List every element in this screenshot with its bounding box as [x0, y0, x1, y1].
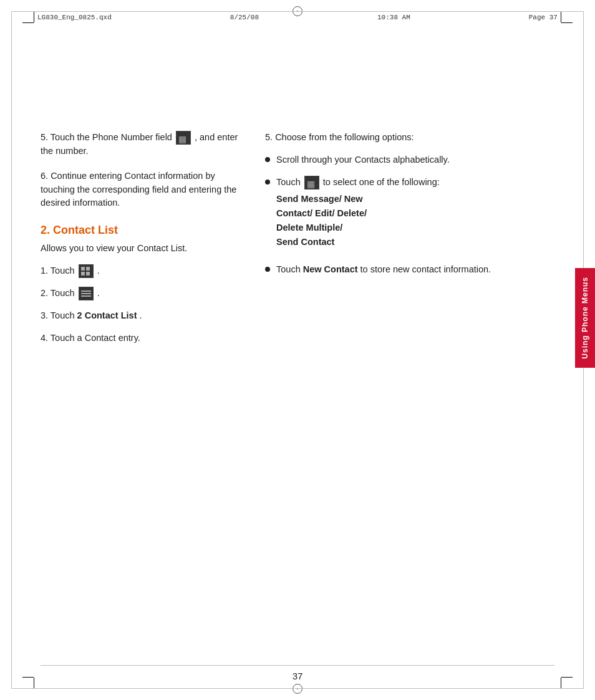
step-5-left: 5. Touch the Phone Number field , and en…	[41, 131, 240, 158]
step-3-end: .	[140, 310, 142, 320]
step-2-end: .	[97, 288, 100, 298]
step-5-num: 5.	[41, 132, 51, 142]
header-filename: LG830_Eng_0825.qxd	[37, 14, 112, 21]
content-area: 5. Touch the Phone Number field , and en…	[41, 41, 554, 659]
menu-icon-step2	[79, 287, 94, 300]
bullet-2: Touch to select one of the following: Se…	[265, 176, 554, 255]
step-1-end: .	[97, 266, 100, 276]
bullet-dot-3	[265, 267, 270, 272]
bullet-dot-2	[265, 180, 270, 185]
step-5-right-text: Choose from the following options:	[275, 132, 414, 142]
step-5-text1: Touch the Phone Number field	[51, 132, 172, 142]
bullet-list: Scroll through your Contacts alphabetica…	[265, 153, 554, 277]
phone-number-icon	[176, 131, 191, 145]
grid-icon-step1	[79, 264, 94, 278]
bullet-2-indented: Send Message/ NewContact/ Edit/ Delete/D…	[276, 192, 367, 250]
section-desc: Allows you to view your Contact List.	[41, 242, 240, 256]
header-date: 8/25/08	[230, 14, 259, 21]
columns: 5. Touch the Phone Number field , and en…	[41, 131, 554, 354]
header-line: LG830_Eng_0825.qxd 8/25/08 10:38 AM Page…	[37, 14, 558, 21]
left-column: 5. Touch the Phone Number field , and en…	[41, 131, 240, 354]
header-time: 10:38 AM	[377, 14, 410, 21]
bullet-3-text: Touch New Contact to store new contact i…	[276, 263, 554, 277]
step-3-num: 3. Touch	[41, 310, 77, 320]
right-column: 5. Choose from the following options: Sc…	[265, 131, 554, 354]
step-3: 3. Touch 2 Contact List .	[41, 309, 240, 323]
table-icon-bullet2	[304, 176, 319, 189]
step-6-left: 6. Continue entering Contact information…	[41, 170, 240, 210]
page-number: 37	[293, 671, 303, 681]
bullet-2-text: Touch to select one of the following:	[276, 176, 440, 189]
step-1-num: 1. Touch	[41, 266, 77, 276]
bullet-3: Touch New Contact to store new contact i…	[265, 263, 554, 277]
step-5-right: 5. Choose from the following options:	[265, 131, 554, 145]
bullet-1-text: Scroll through your Contacts alphabetica…	[276, 153, 554, 167]
step-5-right-num: 5.	[265, 132, 275, 142]
step-2: 2. Touch .	[41, 287, 240, 300]
bullet-dot-1	[265, 157, 270, 162]
step-3-bold: 2 Contact List	[77, 310, 137, 320]
step-6-num: 6.	[41, 171, 51, 181]
step-1: 1. Touch .	[41, 264, 240, 278]
sidebar-tab-label: Using Phone Menus	[581, 277, 589, 359]
step-4-text: 4. Touch a Contact entry.	[41, 333, 140, 343]
new-contact-bold: New Contact	[303, 264, 358, 274]
bottom-rule	[41, 665, 554, 666]
step-2-num: 2. Touch	[41, 288, 77, 298]
header-page: Page 37	[529, 14, 558, 21]
bullet-1: Scroll through your Contacts alphabetica…	[265, 153, 554, 167]
section-heading: 2. Contact List	[41, 224, 240, 237]
step-6-text: Continue entering Contact information by…	[41, 171, 236, 208]
step-4: 4. Touch a Contact entry.	[41, 332, 240, 345]
sidebar-tab: Using Phone Menus	[575, 268, 595, 368]
